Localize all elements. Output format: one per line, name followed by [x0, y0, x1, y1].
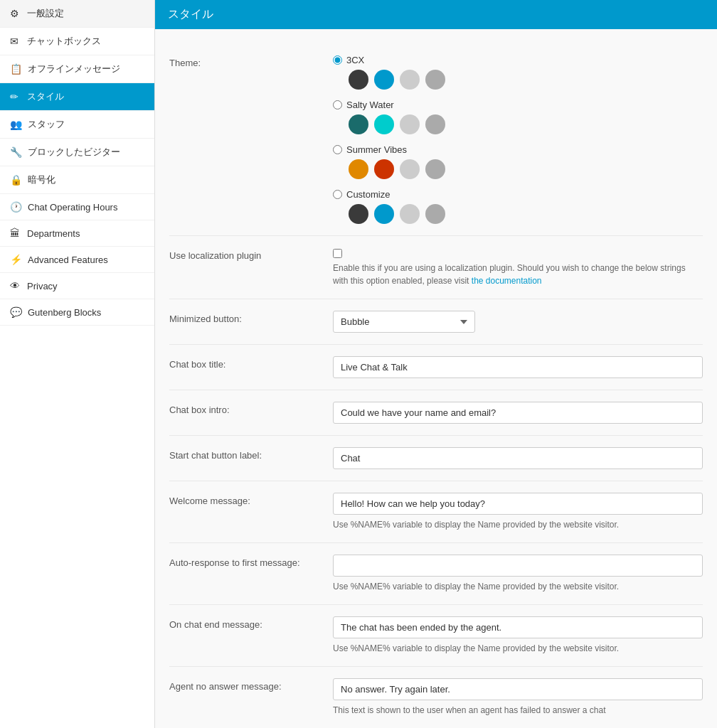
chatbox-intro-row: Chat box intro:	[169, 390, 703, 436]
color-dot-4	[425, 70, 445, 90]
sidebar-item-label: Advanced Features	[28, 255, 108, 265]
minimized-button-row: Minimized button: Bubble Text Button Non…	[169, 299, 703, 345]
color-dot-14	[374, 204, 394, 224]
chatbox-intro-label: Chat box intro:	[169, 402, 333, 415]
theme-salty-radio[interactable]	[333, 100, 342, 109]
theme-label: Theme:	[169, 55, 333, 68]
sidebar-item-advanced[interactable]: ⚡ Advanced Features	[0, 247, 154, 273]
color-dot-9	[349, 159, 368, 179]
welcome-message-input[interactable]	[333, 493, 703, 515]
welcome-message-field: Use %NAME% variable to display the Name …	[333, 493, 703, 531]
theme-summer-colors	[333, 159, 703, 179]
block-icon: 🔧	[10, 146, 22, 158]
agent-no-answer-row: Agent no answer message: This text is sh…	[169, 667, 703, 728]
mail-icon: ✉	[10, 36, 21, 47]
sidebar-item-blocked[interactable]: 🔧 ブロックしたビジター	[0, 139, 154, 166]
theme-salty-water: Salty Water	[333, 100, 703, 134]
color-dot-5	[349, 114, 368, 134]
sidebar-item-chatbox[interactable]: ✉ チャットボックス	[0, 28, 154, 55]
auto-response-label: Auto-response to first message:	[169, 555, 333, 568]
sidebar-item-label: スタイル	[27, 90, 64, 103]
start-chat-input[interactable]	[333, 447, 703, 469]
theme-3cx-label[interactable]: 3CX	[333, 55, 703, 65]
list-icon: 📋	[10, 63, 22, 75]
theme-options: 3CX Salty Water	[333, 55, 703, 224]
color-dot-8	[425, 114, 445, 134]
theme-customize-radio[interactable]	[333, 190, 342, 199]
sidebar-item-label: Privacy	[27, 281, 58, 291]
sidebar-item-privacy[interactable]: 👁 Privacy	[0, 273, 154, 299]
agent-no-answer-label: Agent no answer message:	[169, 678, 333, 692]
auto-response-field: Use %NAME% variable to display the Name …	[333, 555, 703, 593]
sidebar-item-hours[interactable]: 🕐 Chat Operating Hours	[0, 194, 154, 220]
sidebar-item-general[interactable]: ⚙ 一般設定	[0, 0, 154, 28]
color-dot-16	[425, 204, 445, 224]
start-chat-field	[333, 447, 703, 469]
users-icon: 👥	[10, 119, 22, 130]
color-dot-2	[374, 70, 394, 90]
theme-salty-text: Salty Water	[346, 100, 394, 110]
theme-field: 3CX Salty Water	[333, 55, 703, 224]
auto-response-row: Auto-response to first message: Use %NAM…	[169, 543, 703, 605]
agent-no-answer-input[interactable]	[333, 678, 703, 700]
color-dot-10	[374, 159, 394, 179]
sidebar-item-style[interactable]: ✏ スタイル	[0, 83, 154, 111]
color-dot-3	[400, 70, 420, 90]
content-area: Theme: 3CX	[155, 29, 717, 728]
start-chat-label: Start chat button label:	[169, 447, 333, 461]
chat-end-label: On chat end message:	[169, 616, 333, 630]
sidebar-item-encryption[interactable]: 🔒 暗号化	[0, 166, 154, 194]
welcome-message-row: Welcome message: Use %NAME% variable to …	[169, 481, 703, 543]
main-content: スタイル Theme: 3CX	[155, 0, 717, 728]
sidebar: ⚙ 一般設定 ✉ チャットボックス 📋 オフラインメッセージ ✏ スタイル 👥 …	[0, 0, 155, 728]
chatbox-title-field	[333, 356, 703, 378]
theme-summer-radio[interactable]	[333, 145, 342, 154]
department-icon: 🏛	[10, 228, 21, 239]
chatbox-intro-input[interactable]	[333, 402, 703, 424]
eye-icon: 👁	[10, 280, 21, 291]
sidebar-item-departments[interactable]: 🏛 Departments	[0, 220, 154, 247]
localization-label: Use localization plugin	[169, 247, 333, 261]
sidebar-item-offline[interactable]: 📋 オフラインメッセージ	[0, 55, 154, 83]
theme-salty-colors	[333, 114, 703, 134]
minimized-button-select[interactable]: Bubble Text Button None	[333, 311, 475, 333]
localization-row: Use localization plugin Enable this if y…	[169, 236, 703, 299]
theme-salty-label[interactable]: Salty Water	[333, 100, 703, 110]
theme-3cx-radio[interactable]	[333, 55, 342, 65]
chatbox-title-input[interactable]	[333, 356, 703, 378]
color-dot-1	[349, 70, 368, 90]
sidebar-item-label: ブロックしたビジター	[28, 146, 120, 159]
sidebar-item-gutenberg[interactable]: 💬 Gutenberg Blocks	[0, 299, 154, 326]
chatbox-title-row: Chat box title:	[169, 345, 703, 390]
color-dot-11	[400, 159, 420, 179]
sidebar-item-staff[interactable]: 👥 スタッフ	[0, 111, 154, 139]
theme-customize-text: Customize	[346, 189, 390, 200]
auto-response-input[interactable]	[333, 555, 703, 577]
localization-check-row	[333, 247, 703, 258]
minimized-button-field: Bubble Text Button None	[333, 311, 703, 333]
start-chat-row: Start chat button label:	[169, 436, 703, 481]
auto-response-helper: Use %NAME% variable to display the Name …	[333, 580, 703, 593]
welcome-message-label: Welcome message:	[169, 493, 333, 506]
sidebar-item-label: Chat Operating Hours	[28, 202, 117, 213]
pencil-icon: ✏	[10, 91, 21, 102]
theme-row: Theme: 3CX	[169, 43, 703, 236]
lock-icon: 🔒	[10, 174, 22, 186]
color-dot-7	[400, 114, 420, 134]
theme-summer-label[interactable]: Summer Vibes	[333, 144, 703, 155]
theme-customize-label[interactable]: Customize	[333, 189, 703, 200]
lightning-icon: ⚡	[10, 254, 22, 265]
chat-end-row: On chat end message: Use %NAME% variable…	[169, 605, 703, 667]
localization-doc-link[interactable]: the documentation	[472, 276, 542, 286]
theme-summer-text: Summer Vibes	[346, 144, 407, 155]
sidebar-item-label: オフラインメッセージ	[28, 63, 120, 75]
agent-no-answer-field: This text is shown to the user when an a…	[333, 678, 703, 717]
sidebar-item-label: Gutenberg Blocks	[28, 307, 101, 318]
gear-icon: ⚙	[10, 8, 21, 19]
localization-checkbox[interactable]	[333, 249, 342, 258]
chat-end-input[interactable]	[333, 616, 703, 638]
localization-field: Enable this if you are using a localizat…	[333, 247, 703, 287]
theme-customize: Customize	[333, 189, 703, 224]
chatbox-title-label: Chat box title:	[169, 356, 333, 370]
theme-3cx: 3CX	[333, 55, 703, 90]
